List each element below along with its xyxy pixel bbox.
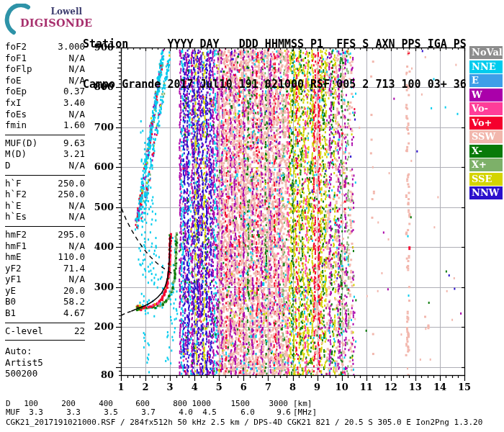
muf-value: 9.6: [248, 408, 291, 417]
autoscaling-line: Artist5: [5, 357, 85, 369]
param-row-yf2: yF271.4: [5, 263, 85, 274]
muf-value: 3.5: [75, 408, 118, 417]
muf-value: 4.5: [174, 408, 217, 417]
param-row-hmf2: hmF2295.0: [5, 229, 85, 240]
param-value: 58.2: [63, 296, 85, 307]
param-label: B0: [5, 296, 16, 307]
param-row-d: DN/A: [5, 160, 85, 171]
param-label: M(D): [5, 148, 27, 160]
param-value: N/A: [68, 75, 85, 86]
muf-value: 3.3: [37, 408, 81, 417]
param-label: foFlp: [5, 63, 32, 75]
param-value: 3.000: [58, 41, 85, 53]
legend-item-noval: NoVal: [469, 46, 503, 59]
param-group: h`F250.0h`F2250.0h`EN/Ah`EsN/A: [5, 175, 85, 222]
param-label: h`F2: [5, 189, 27, 200]
param-row-foep: foEp0.37: [5, 86, 85, 97]
param-row-foflp: foFlpN/A: [5, 63, 85, 75]
param-value: N/A: [68, 63, 85, 75]
param-label: B1: [5, 307, 16, 319]
param-label: yF1: [5, 274, 22, 285]
param-value: 20.0: [63, 285, 85, 297]
param-value: 9.63: [63, 138, 85, 149]
muf-value: 3.7: [112, 408, 156, 417]
param-value: N/A: [68, 200, 85, 212]
param-label: h`E: [5, 200, 22, 212]
param-value: 1.60: [63, 120, 85, 131]
header-station-values: Campo Grande 2017 Jul10 191 021000 RSF 0…: [83, 78, 467, 91]
logo-digisonde-text: DIGISONDE: [20, 17, 92, 29]
legend-item-w: W: [469, 89, 503, 102]
param-row-foes: foEsN/A: [5, 109, 85, 120]
autoscaling-info: Auto:Artist5500200: [5, 346, 85, 379]
param-row-mufd: MUF(D)9.63: [5, 138, 85, 149]
param-value: N/A: [68, 109, 85, 120]
param-label: foE: [5, 75, 22, 86]
param-group: MUF(D)9.63M(D)3.21DN/A: [5, 135, 85, 171]
param-value: 110.0: [58, 251, 85, 263]
legend-item-x: X-: [469, 145, 503, 158]
param-row-ye: yE20.0: [5, 285, 85, 297]
legend-item-e: E: [469, 74, 503, 87]
param-label: h`Es: [5, 211, 27, 222]
legend-item-ssw: SSW: [469, 130, 503, 143]
header-column-titles: Station YYYY DAY DDD HHMMSS P1 FFS S AXN…: [83, 37, 467, 51]
parameter-panel: foF23.000foF1N/AfoFlpN/AfoEN/AfoEp0.37fx…: [6, 41, 85, 382]
param-row-b1: B14.67: [5, 307, 85, 319]
param-value: 0.37: [63, 86, 85, 97]
param-row-foe: foEN/A: [5, 75, 85, 86]
param-label: C-level: [5, 325, 43, 337]
param-value: 295.0: [58, 229, 85, 240]
param-row-fmin: fmin1.60: [5, 120, 85, 131]
param-row-hf2: h`F2250.0: [5, 189, 85, 200]
param-row-hme: hmE110.0: [5, 251, 85, 263]
param-value: 250.0: [58, 178, 85, 189]
param-row-fxi: fxI3.40: [5, 97, 85, 109]
param-label: foEs: [5, 109, 27, 120]
param-label: foF1: [5, 53, 27, 64]
legend-item-nne: NNE: [469, 60, 503, 73]
param-value: N/A: [68, 211, 85, 222]
param-value: 250.0: [58, 189, 85, 200]
param-label: hmF1: [5, 240, 27, 252]
param-group: hmF2295.0hmF1N/AhmE110.0yF271.4yF1N/AyE2…: [5, 226, 85, 319]
param-label: yE: [5, 285, 16, 297]
param-row-hmf1: hmF1N/A: [5, 240, 85, 252]
legend-item-vo: Vo+: [469, 117, 503, 130]
param-value: N/A: [68, 274, 85, 285]
param-value: 3.40: [63, 97, 85, 109]
param-label: foF2: [5, 41, 27, 53]
lowell-digisonde-logo: Lowell DIGISONDE: [4, 3, 91, 35]
autoscaling-line: Auto:: [5, 346, 85, 357]
param-row-hf: h`F250.0: [5, 178, 85, 189]
muf-value: 3.3: [0, 408, 43, 417]
param-value: N/A: [68, 160, 85, 171]
muf-unit: [MHz]: [293, 408, 317, 417]
legend-item-vo: Vo-: [469, 102, 503, 115]
param-label: D: [5, 160, 11, 171]
param-label: hmF2: [5, 229, 27, 240]
legend-item-sse: SSE: [469, 173, 503, 186]
param-row-md: M(D)3.21: [5, 148, 85, 160]
param-value: 22: [74, 325, 85, 337]
param-row-he: h`EN/A: [5, 200, 85, 212]
param-row-clevel: C-level22: [5, 325, 85, 337]
param-separator: Auto:Artist5500200: [5, 340, 85, 379]
param-row-fof1: foF1N/A: [5, 53, 85, 64]
logo-lowell-text: Lowell: [37, 6, 82, 17]
param-label: MUF(D): [5, 138, 37, 149]
param-row-hes: h`EsN/A: [5, 211, 85, 222]
header-block: Station YYYY DAY DDD HHMMSS P1 FFS S AXN…: [83, 11, 467, 117]
legend-item-x: X+: [469, 158, 503, 171]
param-label: hmE: [5, 251, 22, 263]
param-label: fmin: [5, 120, 27, 131]
param-group: foF23.000foF1N/AfoFlpN/AfoEN/AfoEp0.37fx…: [5, 41, 85, 131]
param-label: yF2: [5, 263, 22, 274]
param-value: N/A: [68, 53, 85, 64]
autoscaling-line: 500200: [5, 368, 85, 379]
param-group: C-level22: [5, 323, 85, 337]
footer-info-line: CGK21_2017191021000.RSF / 284fx512h 50 k…: [6, 418, 482, 427]
param-label: fxI: [5, 97, 22, 109]
echo-direction-legend: NoValNNEEWVo-Vo+SSWX-X+SSENNW: [469, 46, 503, 201]
param-row-b0: B058.2: [5, 296, 85, 307]
